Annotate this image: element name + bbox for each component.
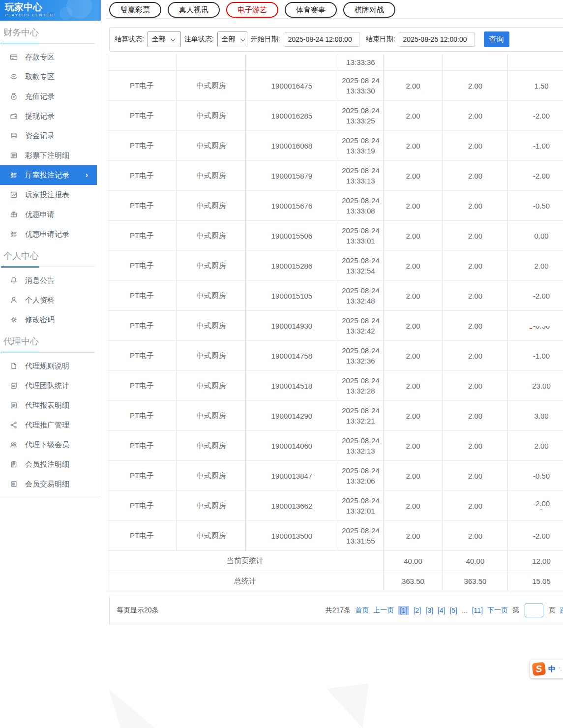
ime-toolbar[interactable]: S 中 °, bbox=[530, 660, 563, 678]
sidebar-item-promo-apply[interactable]: 优惠申请 bbox=[0, 205, 97, 224]
page-link-4[interactable]: [4] bbox=[438, 607, 445, 614]
pagination-ellipsis: ... bbox=[462, 607, 468, 614]
cell-valid-amount: 2.00 bbox=[443, 131, 508, 161]
table-row: PT电子中式厨房19000155062025-08-2413:33:012.00… bbox=[107, 221, 563, 251]
sidebar-item-label: 修改密码 bbox=[25, 315, 55, 325]
sidebar-item-report-detail[interactable]: 代理报表明细 bbox=[0, 395, 97, 415]
cell-order-no: 1900016475 bbox=[246, 71, 338, 101]
sidebar-item-promo-apply-record[interactable]: 优惠申请记录 bbox=[0, 224, 97, 244]
sidebar-item-label: 玩家投注报表 bbox=[25, 190, 69, 200]
summary-value: 363.50 bbox=[384, 571, 443, 591]
cell-datetime: 2025-08-2413:33:08 bbox=[338, 191, 384, 221]
sidebar-item-member-trade[interactable]: 会员交易明细 bbox=[0, 474, 97, 494]
cell-game-name: 中式厨房 bbox=[177, 131, 246, 161]
table-row: PT电子中式厨房19000145182025-08-2413:32:282.00… bbox=[107, 371, 563, 401]
sidebar-item-recharge-record[interactable]: 充值记录 bbox=[0, 87, 97, 106]
sidebar-item-bell[interactable]: 消息公告 bbox=[0, 271, 97, 290]
cell-winloss: -2.00 bbox=[533, 532, 550, 540]
sidebar-item-hall-bet-record[interactable]: 厅室投注记录› bbox=[0, 165, 97, 185]
sidebar-item-lottery-bet-detail[interactable]: 彩票下注明细 bbox=[0, 146, 97, 165]
sidebar-item-label: 资金记录 bbox=[25, 131, 55, 141]
cell-winloss: -2.00- bbox=[533, 499, 550, 511]
sidebar-item-label: 个人资料 bbox=[25, 296, 55, 305]
cell-bet-amount: 2.00 bbox=[384, 281, 443, 311]
members-icon bbox=[10, 441, 18, 449]
cell-bet-amount: 2.00 bbox=[384, 521, 443, 551]
table-row: PT电子中式厨房19000149302025-08-2413:32:422.00… bbox=[107, 311, 563, 341]
cell-winloss: -1.00 bbox=[533, 142, 550, 150]
order-status-select[interactable]: 全部 bbox=[217, 31, 247, 47]
bet-records-table: 13:33:36PT电子中式厨房19000164752025-08-2413:3… bbox=[107, 54, 563, 591]
search-button[interactable]: 查询 bbox=[484, 31, 509, 47]
sidebar-item-label: 消息公告 bbox=[25, 276, 55, 285]
sidebar-item-deposit[interactable]: 存款专区 bbox=[0, 47, 97, 67]
sidebar-item-withdraw-record[interactable]: 提现记录 bbox=[0, 106, 97, 126]
section-divider bbox=[0, 352, 101, 353]
cell-order-no: 1900015286 bbox=[246, 251, 338, 281]
page-link-1[interactable]: [1] bbox=[398, 606, 409, 615]
sidebar-item-share[interactable]: 代理推广管理 bbox=[0, 415, 97, 435]
tab-真人视讯[interactable]: 真人视讯 bbox=[168, 2, 220, 18]
cell-winloss: 3.00 bbox=[534, 412, 548, 420]
cell-datetime: 2025-08-2413:32:06 bbox=[338, 461, 384, 491]
game-category-tabs: 雙赢彩票真人视讯电子游艺体育赛事棋牌对战 bbox=[107, 0, 563, 19]
summary-label: 总统计 bbox=[107, 571, 384, 591]
cell-datetime: 2025-08-2413:33:30 bbox=[338, 71, 384, 101]
sidebar-item-team-stats[interactable]: 代理团队统计 bbox=[0, 376, 97, 395]
sogou-logo-icon: S bbox=[532, 662, 546, 676]
cell-game-type: PT电子 bbox=[107, 371, 177, 401]
jump-button[interactable]: 跳转 bbox=[560, 606, 563, 615]
sidebar-item-label: 会员投注明细 bbox=[25, 460, 69, 469]
sidebar-item-label: 代理规则说明 bbox=[25, 362, 69, 371]
first-page-link[interactable]: 首页 bbox=[355, 606, 369, 615]
order-status-value: 全部 bbox=[222, 35, 236, 44]
end-date-input[interactable] bbox=[399, 32, 474, 47]
sidebar-item-withdraw[interactable]: 取款专区 bbox=[0, 67, 97, 87]
cell-game-type: PT电子 bbox=[107, 341, 177, 371]
table-row: PT电子中式厨房19000158792025-08-2413:33:132.00… bbox=[107, 161, 563, 191]
page-link-11[interactable]: [11] bbox=[472, 607, 483, 614]
table-row: PT电子中式厨房19000156762025-08-2413:33:082.00… bbox=[107, 191, 563, 221]
jump-page-input[interactable] bbox=[525, 604, 543, 617]
settle-status-value: 全部 bbox=[152, 35, 166, 44]
next-page-link[interactable]: 下一页 bbox=[487, 606, 508, 615]
sidebar-item-person[interactable]: 个人资料 bbox=[0, 290, 97, 310]
start-date-input[interactable] bbox=[284, 32, 359, 47]
sidebar-section-title: 代理中心 bbox=[0, 330, 101, 352]
page-link-5[interactable]: [5] bbox=[449, 607, 457, 614]
sidebar-item-player-bet-report[interactable]: 玩家投注报表 bbox=[0, 185, 97, 205]
table-row: PT电子中式厨房19000151052025-08-2413:32:482.00… bbox=[107, 281, 563, 311]
cell-winloss: -0.50 bbox=[533, 202, 550, 210]
sidebar-item-member-bet[interactable]: 会员投注明细 bbox=[0, 455, 97, 474]
tab-电子游艺[interactable]: 电子游艺 bbox=[226, 2, 278, 18]
tab-棋牌对战[interactable]: 棋牌对战 bbox=[343, 2, 395, 18]
total-count-text: 共217条 bbox=[326, 606, 351, 615]
tab-雙赢彩票[interactable]: 雙赢彩票 bbox=[109, 2, 161, 18]
cell-datetime: 2025-08-2413:33:19 bbox=[338, 131, 384, 161]
cell-order-no: 1900014758 bbox=[246, 341, 338, 371]
sidebar-item-gear[interactable]: 修改密码 bbox=[0, 310, 97, 330]
filter-bar: 结算状态: 全部 注单状态: 全部 开始日期: 结束日期: 查询 bbox=[109, 27, 563, 52]
team-stats-icon bbox=[10, 382, 18, 390]
page-link-3[interactable]: [3] bbox=[425, 607, 433, 614]
prev-page-link[interactable]: 上一页 bbox=[373, 606, 394, 615]
cell-datetime: 2025-08-2413:32:01 bbox=[338, 491, 384, 521]
sidebar-item-members[interactable]: 代理下级会员 bbox=[0, 435, 97, 455]
cell-order-no: 1900015105 bbox=[246, 281, 338, 311]
settle-status-select[interactable]: 全部 bbox=[148, 31, 181, 47]
share-icon bbox=[10, 421, 18, 429]
section-divider bbox=[0, 43, 101, 44]
ime-language-indicator: 中 bbox=[548, 665, 556, 674]
sidebar-item-label: 厅室投注记录 bbox=[25, 171, 69, 180]
gear-icon bbox=[10, 316, 18, 324]
table-row: PT电子中式厨房19000152862025-08-2413:32:542.00… bbox=[107, 251, 563, 281]
cell-game-type: PT电子 bbox=[107, 491, 177, 521]
sidebar-item-funds-record[interactable]: 资金记录 bbox=[0, 126, 97, 146]
tab-体育赛事[interactable]: 体育赛事 bbox=[285, 2, 337, 18]
cell-winloss: -1.00 bbox=[533, 352, 550, 360]
cell-valid-amount: 2.00 bbox=[443, 251, 508, 281]
sidebar-item-doc[interactable]: 代理规则说明 bbox=[0, 356, 97, 376]
sidebar-item-label: 存款专区 bbox=[25, 53, 55, 62]
page-link-2[interactable]: [2] bbox=[414, 607, 421, 614]
order-status-label: 注单状态: bbox=[184, 35, 214, 44]
